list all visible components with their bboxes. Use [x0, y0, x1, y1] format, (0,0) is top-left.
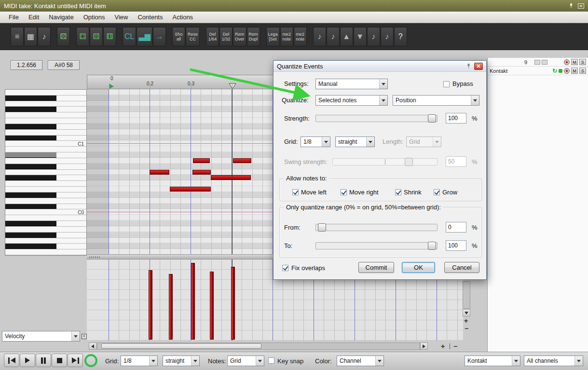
velocity-lane-select[interactable]: Velocity — [2, 331, 80, 342]
grid-swing-select[interactable]: straight — [163, 356, 200, 366]
quantize-mode-select[interactable]: Position — [393, 95, 479, 106]
piano-key[interactable] — [5, 124, 86, 130]
notes-select[interactable]: Grid — [227, 356, 264, 366]
slider-thumb[interactable] — [318, 223, 326, 232]
shrink-checkbox[interactable] — [395, 189, 401, 195]
hzoom-out-button[interactable]: − — [453, 343, 457, 350]
slider-thumb[interactable] — [405, 158, 413, 166]
vscroll-track[interactable] — [463, 281, 470, 309]
remove-duplicates-button[interactable]: RemDupl — [247, 27, 260, 46]
random-play-icon[interactable]: ⚄ — [90, 27, 103, 46]
solo-button-2[interactable]: S — [579, 68, 586, 74]
piano-key[interactable] — [5, 227, 86, 233]
title-bar[interactable]: MIDI take: Kontakt untitled MIDI item — [0, 0, 588, 12]
dialog-title-bar[interactable]: Quantize Events — [273, 61, 486, 72]
track-row-kontakt[interactable]: Kontakt ↻ M S — [488, 67, 588, 75]
track-row-header[interactable]: 9 M S — [488, 58, 588, 67]
monitor-icon[interactable] — [559, 69, 562, 73]
velocity-bar[interactable] — [210, 272, 214, 340]
to-input[interactable] — [446, 240, 466, 251]
sync-arrows-icon[interactable]: ↻ — [552, 68, 557, 74]
midi-note[interactable] — [233, 158, 251, 163]
random-select-icon[interactable]: ⚅ — [103, 27, 116, 46]
menu-item-edit[interactable]: Edit — [24, 12, 44, 22]
play-button[interactable] — [20, 354, 35, 367]
piano-key[interactable] — [5, 147, 86, 152]
move-left-checkbox[interactable] — [292, 189, 299, 195]
bypass-checkbox[interactable] — [443, 81, 450, 87]
grid-size-select[interactable]: 1/8 — [121, 356, 158, 366]
help-icon[interactable]: ? — [394, 27, 407, 46]
note-quantize-icon[interactable]: ♪ — [381, 27, 394, 46]
piano-key[interactable] — [5, 130, 86, 136]
grid-swing-select[interactable]: straight — [335, 137, 375, 147]
midi-note[interactable] — [192, 170, 211, 175]
move-right-checkbox[interactable] — [341, 189, 347, 195]
piano-key[interactable] — [5, 90, 86, 96]
piano-key[interactable] — [5, 136, 86, 141]
delete-1-32-button[interactable]: Del1/32 — [219, 27, 232, 46]
cc-next-icon[interactable]: → — [153, 27, 166, 46]
vzoom-in-button[interactable]: + — [464, 317, 468, 324]
length-select[interactable]: Grid — [406, 137, 441, 147]
menu-item-file[interactable]: File — [4, 12, 24, 22]
piano-key[interactable] — [5, 158, 86, 164]
reset-cc-button[interactable]: ReseCC — [186, 27, 200, 46]
pin-icon[interactable] — [466, 63, 471, 69]
piano-key[interactable] — [5, 244, 86, 249]
velocity-bar[interactable] — [231, 267, 235, 340]
transpose-up-icon[interactable]: ▲ — [340, 27, 353, 46]
quantize-what-select[interactable]: Selected notes — [315, 95, 388, 106]
close-button[interactable] — [474, 63, 483, 70]
strength-input[interactable] — [446, 113, 466, 123]
track-fx-icon[interactable] — [534, 60, 540, 65]
midi-note[interactable] — [193, 158, 210, 163]
add-cc-lane-button[interactable]: + — [82, 334, 87, 339]
splitter-handle[interactable] — [89, 256, 100, 259]
go-to-end-button[interactable] — [68, 354, 83, 367]
hscroll-left-button[interactable] — [89, 343, 96, 350]
hscroll-right-button[interactable] — [420, 343, 428, 350]
settings-select[interactable]: Manual — [315, 79, 388, 89]
loop-start-marker[interactable] — [109, 84, 114, 89]
show-all-button[interactable]: Shoall — [172, 27, 185, 46]
from-input[interactable] — [446, 222, 466, 233]
random-icon[interactable]: ⚃ — [76, 27, 89, 46]
pin-icon[interactable] — [568, 3, 574, 9]
to-slider[interactable] — [315, 242, 438, 249]
grow-checkbox[interactable] — [434, 189, 440, 195]
piano-view-icon[interactable]: ▦ — [24, 27, 37, 46]
slider-thumb[interactable] — [428, 114, 436, 123]
transpose-down-icon[interactable]: ▼ — [354, 27, 367, 46]
note-octave-icon[interactable]: ♪ — [327, 27, 340, 46]
vzoom-out-button[interactable]: − — [465, 325, 468, 332]
position-time-box[interactable]: 1.2.656 — [11, 60, 42, 70]
piano-key[interactable] — [5, 249, 86, 255]
piano-key[interactable] — [5, 233, 86, 238]
position-note-box[interactable]: A#0 58 — [48, 60, 80, 70]
piano-key[interactable] — [5, 175, 86, 181]
piano-key[interactable] — [5, 170, 86, 176]
go-to-start-button[interactable] — [4, 354, 19, 367]
pause-button[interactable] — [36, 354, 51, 367]
fix-overlaps-checkbox[interactable] — [282, 265, 288, 271]
velocity-bar[interactable] — [149, 270, 152, 340]
midi-note[interactable] — [170, 187, 211, 192]
cancel-button[interactable]: Cancel — [444, 262, 479, 273]
piano-key[interactable] — [5, 204, 86, 210]
hzoom-in-button[interactable]: + — [441, 343, 445, 350]
stop-button[interactable] — [52, 354, 67, 367]
midi-note[interactable] — [150, 170, 169, 175]
menu-item-navigate[interactable]: Navigate — [44, 12, 78, 22]
mute-button[interactable]: M — [571, 59, 578, 65]
piano-key[interactable] — [5, 112, 86, 118]
note-up-icon[interactable]: ♪ — [313, 27, 326, 46]
menu-item-contents[interactable]: Contents — [133, 12, 167, 22]
piano-key[interactable] — [5, 221, 86, 227]
solo-button[interactable]: S — [579, 59, 586, 65]
dock-window-icon[interactable] — [578, 3, 584, 9]
menu-item-actions[interactable]: Actions — [167, 12, 198, 22]
vscroll-down-button[interactable] — [463, 309, 470, 316]
swing-strength-input[interactable] — [446, 156, 466, 167]
dock-window-icon[interactable]: ⚄ — [57, 27, 70, 46]
